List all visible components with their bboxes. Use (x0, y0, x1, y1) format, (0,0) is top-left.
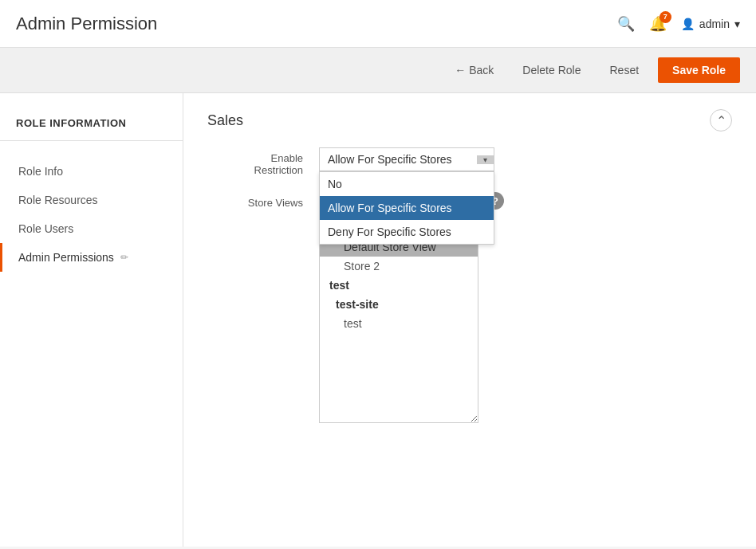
toolbar: ← Back Delete Role Reset Save Role (0, 48, 756, 93)
reset-button[interactable]: Reset (600, 59, 648, 81)
save-role-button[interactable]: Save Role (658, 57, 740, 83)
dropdown-display[interactable]: Allow For Specific Stores ▾ (319, 147, 494, 171)
section-header: Sales ⌃ (207, 109, 732, 131)
store-view-store2[interactable]: Store 2 (320, 257, 478, 276)
delete-role-button[interactable]: Delete Role (513, 59, 590, 81)
dropdown-option-allow[interactable]: Allow For Specific Stores (320, 196, 494, 220)
dropdown-option-no[interactable]: No (320, 172, 494, 196)
header: Admin Permission 🔍 🔔 7 👤 admin ▾ (0, 0, 756, 48)
admin-user-menu[interactable]: 👤 admin ▾ (681, 18, 740, 30)
sidebar-item-role-resources[interactable]: Role Resources (0, 186, 183, 214)
dropdown-selected-value: Allow For Specific Stores (328, 153, 452, 166)
back-button[interactable]: ← Back (445, 59, 503, 81)
back-label: ← Back (455, 64, 494, 76)
sidebar-item-label: Role Resources (18, 194, 98, 206)
sidebar-item-label: Role Users (18, 222, 73, 235)
sidebar-item-admin-permissions[interactable]: Admin Permissions ✏ (0, 243, 183, 272)
collapse-icon: ⌃ (716, 113, 726, 128)
enable-restriction-label: EnableRestriction (207, 147, 303, 176)
user-icon: 👤 (681, 18, 695, 30)
store-group-testsite: test-site (320, 295, 478, 314)
admin-label: admin (699, 18, 730, 30)
collapse-button[interactable]: ⌃ (710, 109, 732, 131)
delete-role-label: Delete Role (522, 64, 581, 76)
section-title: Sales (207, 112, 243, 129)
reset-label: Reset (609, 64, 639, 76)
enable-restriction-row: EnableRestriction Allow For Specific Sto… (207, 147, 732, 176)
restriction-control: Allow For Specific Stores ▾ No Allow For… (319, 147, 732, 171)
header-actions: 🔍 🔔 7 👤 admin ▾ (617, 15, 740, 33)
main-layout: ROLE INFORMATION Role Info Role Resource… (0, 93, 756, 547)
sidebar-item-role-info[interactable]: Role Info (0, 157, 183, 186)
dropdown-option-deny[interactable]: Deny For Specific Stores (320, 220, 494, 244)
sidebar-item-role-users[interactable]: Role Users (0, 214, 183, 243)
page-title: Admin Permission (16, 14, 157, 34)
sidebar-item-label: Admin Permissions (18, 251, 114, 264)
store-views-label: Store Views (207, 192, 303, 209)
website-test: test (320, 276, 478, 295)
search-icon: 🔍 (617, 16, 635, 32)
dropdown-arrow-icon: ▾ (477, 155, 494, 164)
chevron-down-icon: ▾ (734, 18, 740, 30)
store-view-test[interactable]: test (320, 314, 478, 333)
sidebar-section-title: ROLE INFORMATION (0, 109, 183, 140)
content-area: Sales ⌃ EnableRestriction Allow For Spec… (183, 93, 756, 547)
search-button[interactable]: 🔍 (617, 15, 635, 33)
sidebar-item-label: Role Info (18, 165, 63, 178)
notification-button[interactable]: 🔔 7 (649, 15, 667, 33)
dropdown-menu: No Allow For Specific Stores Deny For Sp… (319, 171, 494, 245)
notification-badge: 7 (660, 11, 671, 23)
restriction-dropdown[interactable]: Allow For Specific Stores ▾ No Allow For… (319, 147, 494, 171)
save-role-label: Save Role (672, 64, 726, 76)
edit-icon: ✏ (120, 252, 128, 263)
sidebar: ROLE INFORMATION Role Info Role Resource… (0, 93, 183, 547)
